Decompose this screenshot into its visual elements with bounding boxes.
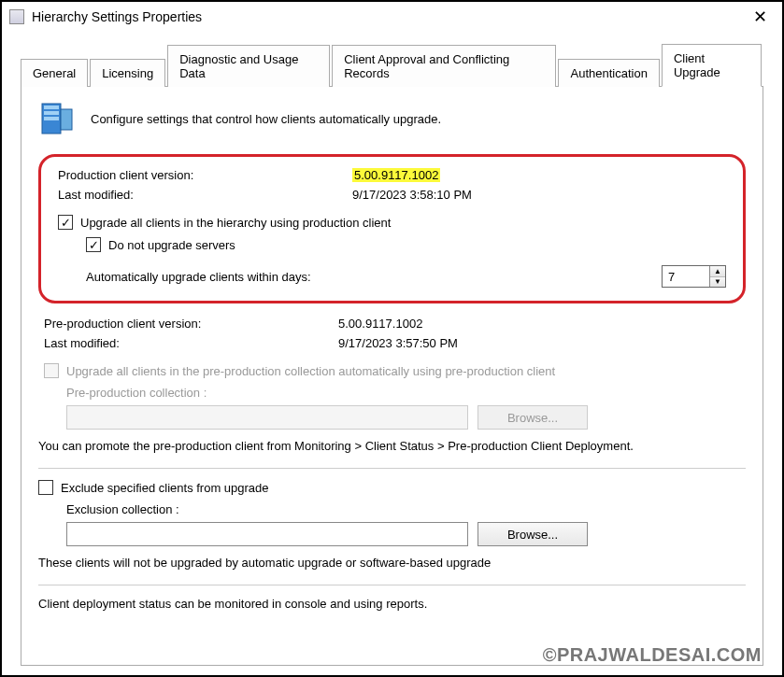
auto-days-input[interactable] [663, 266, 709, 287]
svg-rect-2 [44, 111, 59, 115]
watermark: ©PRAJWALDESAI.COM [543, 644, 762, 666]
divider-2 [38, 585, 746, 585]
title-bar: Hierarchy Settings Properties ✕ [2, 2, 782, 34]
prod-version-label: Production client version: [58, 168, 352, 182]
preprod-browse-button: Browse... [478, 405, 588, 430]
prod-version-value: 5.00.9117.1002 [352, 168, 440, 182]
tab-client-approval[interactable]: Client Approval and Conflicting Records [332, 45, 556, 87]
tab-general[interactable]: General [21, 59, 88, 87]
divider [38, 468, 746, 469]
preprod-collection-input [66, 405, 468, 430]
svg-rect-3 [44, 117, 59, 120]
exclude-clients-label: Exclude specified clients from upgrade [61, 481, 269, 495]
prod-modified-label: Last modified: [58, 188, 352, 202]
server-icon [38, 100, 76, 137]
app-icon [9, 9, 24, 24]
svg-rect-4 [61, 109, 72, 130]
preprod-version-label: Pre-production client version: [44, 317, 338, 331]
do-not-upgrade-servers-checkbox[interactable]: ✓ [86, 237, 101, 252]
preprod-modified-label: Last modified: [44, 336, 338, 350]
auto-days-label: Automatically upgrade clients within day… [86, 270, 662, 284]
preprod-version-value: 5.00.9117.1002 [338, 317, 746, 331]
exclusion-browse-button[interactable]: Browse... [478, 522, 588, 546]
spinner-down-button[interactable]: ▼ [710, 277, 725, 288]
tab-authentication[interactable]: Authentication [558, 59, 659, 87]
tab-client-upgrade[interactable]: Client Upgrade [662, 44, 762, 87]
production-section-highlight: Production client version: 5.00.9117.100… [38, 154, 746, 303]
exclusion-collection-label: Exclusion collection : [66, 502, 746, 516]
preprod-modified-value: 9/17/2023 3:57:50 PM [338, 336, 746, 350]
close-button[interactable]: ✕ [746, 7, 775, 27]
tab-panel-client-upgrade: Configure settings that control how clie… [21, 87, 763, 666]
upgrade-all-preprod-checkbox [44, 363, 59, 378]
upgrade-all-prod-label: Upgrade all clients in the hierarchy usi… [80, 216, 391, 230]
upgrade-all-preprod-label: Upgrade all clients in the pre-productio… [66, 364, 555, 378]
upgrade-all-prod-checkbox[interactable]: ✓ [58, 215, 73, 230]
svg-rect-1 [44, 106, 59, 109]
tab-strip: General Licensing Diagnostic and Usage D… [21, 43, 763, 87]
window-title: Hierarchy Settings Properties [32, 9, 202, 24]
exclude-clients-checkbox[interactable] [38, 480, 53, 495]
do-not-upgrade-servers-label: Do not upgrade servers [108, 238, 235, 252]
exclude-help-text: These clients will not be upgraded by au… [38, 556, 746, 570]
footer-status-text: Client deployment status can be monitore… [38, 597, 746, 611]
exclusion-collection-input[interactable] [66, 522, 468, 546]
auto-days-spinner[interactable]: ▲ ▼ [662, 265, 726, 288]
spinner-up-button[interactable]: ▲ [710, 266, 725, 277]
intro-text: Configure settings that control how clie… [91, 112, 441, 126]
prod-modified-value: 9/17/2023 3:58:10 PM [352, 188, 726, 202]
preprod-collection-label: Pre-production collection : [66, 386, 746, 400]
preprod-promote-text: You can promote the pre-production clien… [38, 439, 746, 453]
tab-licensing[interactable]: Licensing [90, 59, 165, 87]
tab-diagnostic[interactable]: Diagnostic and Usage Data [167, 45, 330, 87]
